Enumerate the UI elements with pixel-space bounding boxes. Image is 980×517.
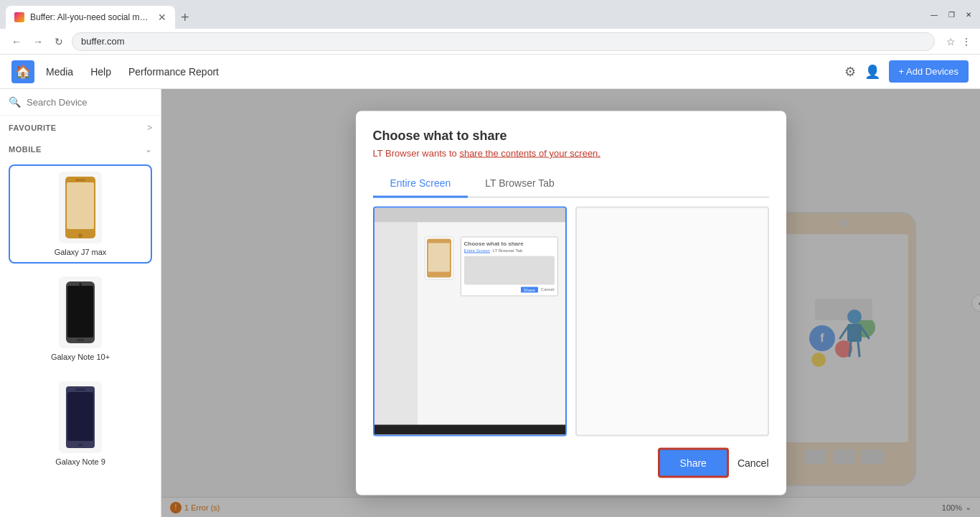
mini-sidebar bbox=[374, 223, 418, 435]
note10-svg bbox=[62, 280, 98, 345]
svg-point-2 bbox=[78, 233, 83, 238]
window-controls: — ❐ ✕ bbox=[928, 9, 974, 20]
mini-phone-svg bbox=[425, 238, 453, 279]
device-card-j7max[interactable]: Galaxy J7 max bbox=[9, 164, 152, 264]
add-devices-btn[interactable]: + Add Devices bbox=[889, 60, 969, 83]
active-tab[interactable]: Buffer: All-you-need social medi... ✕ bbox=[6, 6, 175, 29]
mini-preview-area bbox=[464, 256, 555, 285]
minimize-btn[interactable]: — bbox=[928, 9, 940, 20]
main-layout: 🔍 FAVOURITE > MOBILE ⌄ Galaxy J7 max bbox=[0, 89, 980, 517]
mini-actions: Share Cancel bbox=[464, 287, 555, 293]
mini-cancel: Cancel bbox=[541, 287, 555, 293]
screen-preview-area: Choose what to share Entire Screen LT Br… bbox=[373, 207, 769, 437]
header-actions: ⚙ 👤 + Add Devices bbox=[844, 60, 969, 83]
favourite-label: FAVOURITE bbox=[9, 124, 57, 132]
dialog-subtitle: LT Browser wants to share the contents o… bbox=[373, 148, 769, 159]
mini-tab-2: LT Browser Tab bbox=[493, 248, 522, 253]
mini-card-1 bbox=[425, 237, 453, 280]
device-image-j7max bbox=[59, 172, 102, 243]
mini-share: Share bbox=[521, 287, 538, 293]
svg-rect-10 bbox=[75, 388, 85, 391]
mini-screen-content: Choose what to share Entire Screen LT Br… bbox=[374, 208, 565, 435]
logo-icon: 🏠 bbox=[15, 64, 31, 80]
bookmark-icon[interactable]: ☆ bbox=[946, 36, 956, 47]
address-actions: ☆ ⋮ bbox=[946, 36, 971, 47]
mini-dialog-area: Choose what to share Entire Screen LT Br… bbox=[461, 237, 558, 435]
svg-rect-3 bbox=[75, 179, 85, 181]
dialog-tabs: Entire Screen LT Browser Tab bbox=[373, 170, 769, 198]
mini-browser-bar bbox=[374, 208, 565, 223]
svg-point-6 bbox=[79, 283, 82, 286]
search-box: 🔍 bbox=[0, 89, 161, 116]
new-tab-btn[interactable]: + bbox=[178, 6, 192, 29]
subtitle-lt: LT Browser wants to bbox=[373, 148, 460, 159]
lt-tab-preview-area[interactable] bbox=[575, 207, 769, 437]
forward-btn[interactable]: → bbox=[30, 33, 46, 50]
search-input[interactable] bbox=[27, 97, 152, 108]
browser-chrome: Buffer: All-you-need social medi... ✕ + … bbox=[0, 0, 980, 29]
nav-media[interactable]: Media bbox=[46, 66, 73, 78]
cancel-btn[interactable]: Cancel bbox=[738, 457, 769, 469]
back-btn[interactable]: ← bbox=[9, 33, 24, 50]
device-card-note9[interactable]: Galaxy Note 9 bbox=[9, 374, 152, 473]
svg-rect-11 bbox=[78, 444, 83, 446]
screen-preview-selected[interactable]: Choose what to share Entire Screen LT Br… bbox=[373, 207, 567, 437]
mini-dialog: Choose what to share Entire Screen LT Br… bbox=[461, 237, 558, 297]
svg-rect-5 bbox=[67, 286, 93, 337]
mini-main: Choose what to share Entire Screen LT Br… bbox=[418, 223, 565, 435]
svg-rect-1 bbox=[67, 182, 94, 229]
device-name-note9: Galaxy Note 9 bbox=[55, 457, 105, 466]
mobile-section[interactable]: MOBILE ⌄ bbox=[0, 137, 161, 159]
device-name-note10: Galaxy Note 10+ bbox=[51, 353, 110, 361]
mini-tabs: Entire Screen LT Browser Tab bbox=[464, 248, 555, 253]
tab-favicon bbox=[14, 12, 24, 22]
maximize-btn[interactable]: ❐ bbox=[946, 9, 957, 20]
note9-svg bbox=[62, 385, 98, 450]
nav-help[interactable]: Help bbox=[90, 66, 111, 78]
mini-dialog-title: Choose what to share bbox=[464, 241, 555, 247]
url-text: buffer.com bbox=[81, 36, 124, 47]
share-dialog: Choose what to share LT Browser wants to… bbox=[356, 111, 786, 495]
tab-title: Buffer: All-you-need social medi... bbox=[30, 12, 152, 22]
tab-close-btn[interactable]: ✕ bbox=[158, 11, 166, 23]
address-bar: ← → ↻ buffer.com ☆ ⋮ bbox=[0, 29, 980, 55]
favourite-chevron: > bbox=[147, 123, 152, 133]
reload-btn[interactable]: ↻ bbox=[52, 33, 66, 50]
main-content: f Choose what to share LT Browser wants … bbox=[161, 89, 980, 517]
main-nav: Media Help Performance Report bbox=[46, 66, 219, 78]
close-btn[interactable]: ✕ bbox=[963, 9, 974, 20]
tab-bar: Buffer: All-you-need social medi... ✕ + bbox=[6, 0, 192, 29]
svg-rect-7 bbox=[77, 339, 84, 341]
mini-taskbar bbox=[374, 425, 565, 435]
j7max-svg bbox=[62, 175, 98, 240]
url-bar[interactable]: buffer.com bbox=[72, 32, 935, 51]
app-header: 🏠 Media Help Performance Report ⚙ 👤 + Ad… bbox=[0, 55, 980, 89]
share-btn[interactable]: Share bbox=[658, 448, 729, 478]
dialog-title: Choose what to share bbox=[373, 129, 769, 144]
tab-lt-browser[interactable]: LT Browser Tab bbox=[468, 170, 572, 198]
subtitle-highlight: share the contents of your screen. bbox=[459, 148, 600, 159]
tab-entire-screen[interactable]: Entire Screen bbox=[373, 170, 468, 198]
settings-btn[interactable]: ⚙ bbox=[844, 64, 856, 80]
account-btn[interactable]: 👤 bbox=[864, 64, 880, 80]
app-logo: 🏠 bbox=[11, 60, 34, 83]
device-card-note10[interactable]: Galaxy Note 10+ bbox=[9, 269, 152, 368]
search-icon: 🔍 bbox=[9, 96, 21, 108]
device-name-j7max: Galaxy J7 max bbox=[55, 248, 107, 256]
dialog-actions: Share Cancel bbox=[373, 448, 769, 478]
svg-rect-31 bbox=[428, 243, 450, 272]
sidebar: 🔍 FAVOURITE > MOBILE ⌄ Galaxy J7 max bbox=[0, 89, 161, 517]
mobile-label: MOBILE bbox=[9, 145, 42, 154]
mobile-chevron: ⌄ bbox=[145, 144, 152, 154]
device-image-note9 bbox=[59, 381, 102, 453]
device-image-note10 bbox=[59, 276, 102, 348]
nav-performance[interactable]: Performance Report bbox=[128, 66, 219, 78]
svg-rect-9 bbox=[67, 392, 93, 441]
more-icon[interactable]: ⋮ bbox=[961, 36, 971, 47]
favourite-section[interactable]: FAVOURITE > bbox=[0, 116, 161, 137]
mini-tab-1: Entire Screen bbox=[464, 248, 490, 253]
